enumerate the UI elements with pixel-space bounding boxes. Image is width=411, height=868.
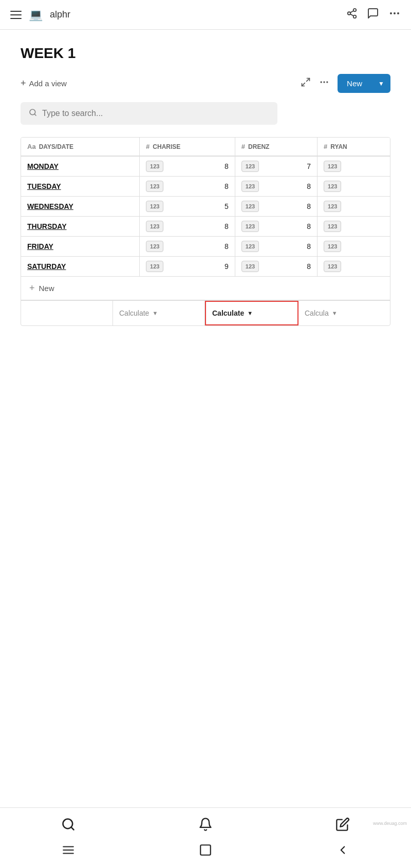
svg-line-14 <box>34 114 36 115</box>
num-badge-drenz-3: 123 <box>241 221 259 232</box>
day-cell-1[interactable]: TUESDAY <box>21 177 140 197</box>
num-badge-drenz-4: 123 <box>241 241 259 252</box>
search-icon <box>29 108 37 119</box>
drenz-cell-0[interactable]: 1237 <box>235 156 317 177</box>
expand-icon[interactable] <box>301 77 311 90</box>
charise-cell-5[interactable]: 1239 <box>140 257 235 277</box>
search-input[interactable] <box>42 109 269 118</box>
charise-cell-3[interactable]: 1238 <box>140 217 235 237</box>
top-nav-left: 💻 alphr <box>10 8 70 22</box>
charise-cell-4[interactable]: 1238 <box>140 237 235 257</box>
table-row: FRIDAY12381238123 <box>21 237 390 257</box>
day-cell-3[interactable]: THURSDAY <box>21 217 140 237</box>
svg-line-9 <box>302 83 305 86</box>
drenz-cell-4[interactable]: 1238 <box>235 237 317 257</box>
top-nav-right <box>346 7 401 22</box>
calc-chevron-charise: ▼ <box>152 310 158 316</box>
add-view-label: Add a view <box>29 79 67 88</box>
laptop-icon: 💻 <box>29 8 43 22</box>
message-icon[interactable] <box>367 7 379 22</box>
charise-value-4: 8 <box>225 242 229 250</box>
main-content: WEEK 1 + Add a view New ▼ <box>0 30 411 336</box>
num-badge-ryan-3: 123 <box>324 221 341 232</box>
ryan-cell-2[interactable]: 123 <box>317 197 390 217</box>
day-cell-4[interactable]: FRIDAY <box>21 237 140 257</box>
charise-cell-2[interactable]: 1235 <box>140 197 235 217</box>
drenz-cell-2[interactable]: 1238 <box>235 197 317 217</box>
add-row-button[interactable]: + New <box>21 276 390 300</box>
calc-label-drenz: Calculate <box>212 309 244 317</box>
charise-value-0: 8 <box>225 162 229 170</box>
num-badge-drenz-5: 123 <box>241 261 259 272</box>
num-badge-drenz-0: 123 <box>241 161 259 172</box>
calc-chevron-ryan: ▼ <box>332 310 338 316</box>
calc-cell-drenz[interactable]: Calculate ▼ <box>205 301 298 325</box>
top-nav: 💻 alphr <box>0 0 411 30</box>
add-row-plus-icon: + <box>29 283 35 294</box>
toolbar-right: New ▼ <box>301 74 390 93</box>
hash-icon-charise: # <box>146 143 150 150</box>
hamburger-icon[interactable] <box>10 11 22 19</box>
drenz-value-3: 8 <box>307 222 311 230</box>
day-cell-0[interactable]: MONDAY <box>21 156 140 177</box>
num-badge-ryan-5: 123 <box>324 261 341 272</box>
calc-chevron-drenz: ▼ <box>247 310 253 316</box>
table-row: MONDAY12381237123 <box>21 156 390 177</box>
share-icon[interactable] <box>346 8 358 22</box>
day-label-3: THURSDAY <box>27 222 67 230</box>
col-header-drenz: # DRENZ <box>235 138 317 156</box>
charise-cell-0[interactable]: 1238 <box>140 156 235 177</box>
nav-bars-icon[interactable] <box>62 843 75 860</box>
table-row: SATURDAY12391238123 <box>21 257 390 277</box>
svg-point-10 <box>321 81 322 83</box>
new-button[interactable]: New ▼ <box>338 74 390 93</box>
drenz-cell-5[interactable]: 1238 <box>235 257 317 277</box>
drenz-value-2: 8 <box>307 202 311 210</box>
calc-cell-charise[interactable]: Calculate ▼ <box>113 301 205 325</box>
add-view-button[interactable]: + Add a view <box>21 78 67 89</box>
plus-icon: + <box>21 78 26 89</box>
day-label-2: WEDNESDAY <box>27 202 73 210</box>
charise-value-3: 8 <box>225 222 229 230</box>
toolbar-more-icon[interactable] <box>319 77 329 90</box>
num-badge-charise-3: 123 <box>146 221 163 232</box>
edit-icon[interactable] <box>335 817 350 835</box>
drenz-value-1: 8 <box>307 182 311 190</box>
ryan-cell-4[interactable]: 123 <box>317 237 390 257</box>
ryan-cell-5[interactable]: 123 <box>317 257 390 277</box>
svg-line-4 <box>350 11 353 13</box>
num-badge-charise-4: 123 <box>146 241 163 252</box>
calc-cell-ryan[interactable]: Calcula ▼ <box>298 301 390 325</box>
search-bar <box>21 102 277 125</box>
drenz-cell-3[interactable]: 1238 <box>235 217 317 237</box>
num-badge-ryan-0: 123 <box>324 161 341 172</box>
ryan-cell-0[interactable]: 123 <box>317 156 390 177</box>
col-header-charise: # CHARISE <box>140 138 235 156</box>
bottom-bar-nav <box>0 839 411 868</box>
ryan-cell-3[interactable]: 123 <box>317 217 390 237</box>
charise-value-2: 5 <box>225 202 229 210</box>
charise-cell-1[interactable]: 1238 <box>140 177 235 197</box>
day-label-1: TUESDAY <box>27 182 61 190</box>
add-row-label: New <box>39 284 54 293</box>
col-label-days: DAYS/DATE <box>39 143 73 150</box>
calc-cell-days[interactable] <box>21 301 113 325</box>
bell-icon[interactable] <box>198 817 213 835</box>
hash-icon-drenz: # <box>241 143 245 150</box>
drenz-value-5: 8 <box>307 262 311 271</box>
search-bottom-icon[interactable] <box>61 817 76 835</box>
num-badge-charise-1: 123 <box>146 181 163 192</box>
day-cell-2[interactable]: WEDNESDAY <box>21 197 140 217</box>
more-dots-icon[interactable] <box>388 7 401 22</box>
num-badge-ryan-2: 123 <box>324 201 341 212</box>
drenz-value-4: 8 <box>307 242 311 250</box>
drenz-cell-1[interactable]: 1238 <box>235 177 317 197</box>
drenz-value-0: 7 <box>307 162 311 170</box>
day-label-0: MONDAY <box>27 162 59 170</box>
day-cell-5[interactable]: SATURDAY <box>21 257 140 277</box>
nav-back-icon[interactable] <box>336 843 349 860</box>
new-btn-chevron-icon[interactable]: ▼ <box>372 75 390 92</box>
ryan-cell-1[interactable]: 123 <box>317 177 390 197</box>
nav-square-icon[interactable] <box>199 843 212 860</box>
num-badge-drenz-2: 123 <box>241 201 259 212</box>
